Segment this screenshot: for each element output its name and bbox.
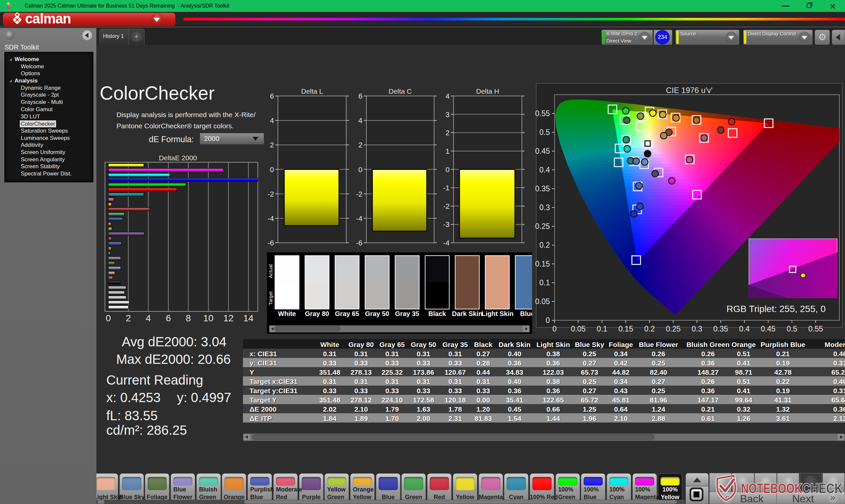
svg-text:0.5: 0.5 [787, 325, 797, 333]
svg-text:0.55: 0.55 [808, 325, 823, 333]
svg-text:0.15: 0.15 [618, 325, 633, 333]
svg-text:0.45: 0.45 [535, 147, 550, 155]
svg-text:CHECK: CHECK [802, 481, 843, 496]
svg-text:0.1: 0.1 [597, 325, 608, 333]
svg-text:0.5: 0.5 [539, 128, 550, 137]
svg-text:0.4: 0.4 [539, 166, 550, 174]
svg-text:0.35: 0.35 [713, 325, 728, 333]
svg-text:0.35: 0.35 [535, 184, 550, 193]
svg-text:0.3: 0.3 [692, 325, 702, 333]
svg-text:0: 0 [552, 325, 557, 333]
svg-text:0: 0 [546, 316, 550, 325]
svg-text:0.2: 0.2 [539, 241, 550, 249]
svg-text:NOTEBOOK: NOTEBOOK [741, 481, 802, 496]
svg-text:0.2: 0.2 [644, 325, 655, 333]
svg-text:0.25: 0.25 [666, 325, 681, 333]
svg-text:0.3: 0.3 [539, 203, 550, 212]
svg-text:0.15: 0.15 [535, 259, 550, 268]
svg-text:0.4: 0.4 [739, 325, 750, 333]
svg-text:0.1: 0.1 [539, 278, 550, 287]
svg-text:0.55: 0.55 [535, 109, 550, 118]
svg-text:0.45: 0.45 [761, 325, 776, 333]
svg-text:0.05: 0.05 [535, 297, 550, 306]
svg-text:0.25: 0.25 [535, 222, 550, 231]
svg-text:0.05: 0.05 [571, 325, 586, 333]
